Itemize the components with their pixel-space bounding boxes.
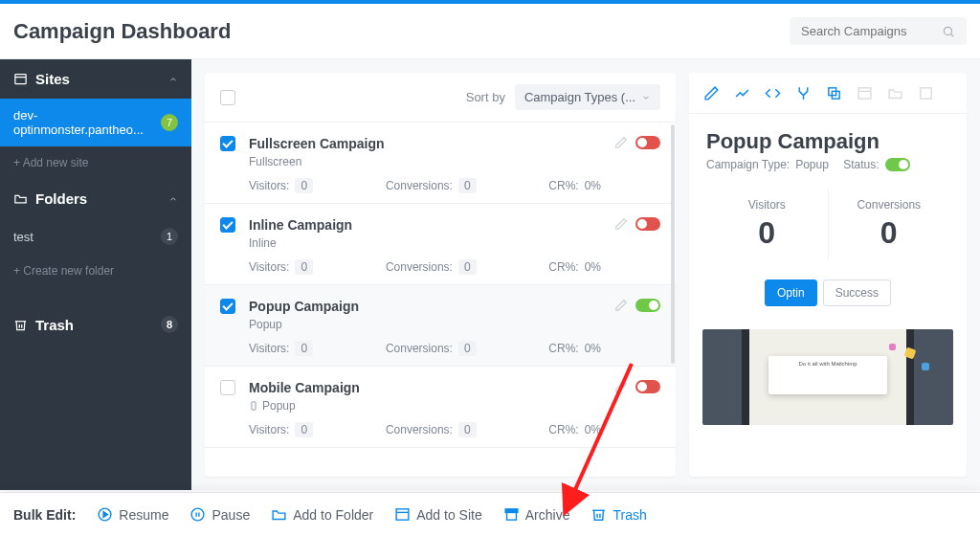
trash-icon (13, 318, 28, 332)
status-toggle[interactable] (885, 158, 910, 171)
edit-icon[interactable] (614, 299, 628, 312)
trash-icon (590, 506, 607, 523)
row-checkbox[interactable] (220, 136, 235, 151)
sidebar-folders-header[interactable]: Folders (0, 179, 191, 218)
svg-rect-18 (506, 512, 516, 520)
add-folder-button[interactable]: + Create new folder (0, 255, 191, 287)
mobile-icon (249, 400, 258, 412)
bulk-add-folder[interactable]: Add to Folder (271, 506, 373, 523)
svg-point-0 (944, 27, 951, 34)
detail-body: Popup Campaign Campaign Type: Popup Stat… (689, 114, 967, 316)
header: Campaign Dashboard (0, 4, 980, 59)
campaign-row[interactable]: Inline Campaign InlineVisitors:0Conversi… (205, 204, 676, 285)
sites-icon (13, 72, 28, 86)
svg-rect-9 (920, 87, 930, 98)
search-input[interactable] (801, 24, 935, 38)
folder-icon (271, 506, 287, 523)
success-button[interactable]: Success (823, 279, 891, 306)
conversions-value: 0 (833, 215, 947, 251)
play-circle-icon (97, 506, 113, 523)
bulk-pause[interactable]: Pause (189, 506, 250, 523)
sidebar-trash[interactable]: Trash 8 (0, 306, 191, 343)
edit-icon[interactable] (614, 380, 628, 393)
main: Sites dev-optinmonster.pantheo... 7 + Ad… (0, 59, 980, 490)
select-all-checkbox[interactable] (220, 90, 235, 105)
site-name: dev-optinmonster.pantheo... (13, 108, 161, 137)
edit-icon[interactable] (614, 217, 628, 231)
visitors-label: Visitors (710, 198, 824, 212)
status-toggle[interactable] (635, 217, 660, 231)
bulk-archive[interactable]: Archive (503, 506, 570, 523)
svg-rect-7 (858, 87, 871, 98)
sort-select[interactable]: Campaign Types (... (515, 84, 660, 110)
trash-count-badge: 8 (161, 316, 178, 333)
detail-title: Popup Campaign (706, 129, 949, 154)
type-label: Campaign Type: (706, 158, 790, 171)
row-title: Mobile Campaign (249, 380, 601, 395)
bulk-add-site[interactable]: Add to Site (394, 506, 482, 523)
row-checkbox[interactable] (220, 299, 235, 314)
trash-label: Trash (35, 317, 74, 333)
sidebar-folder-item[interactable]: test 1 (0, 218, 191, 255)
edit-icon[interactable] (702, 84, 720, 101)
sidebar-site-item[interactable]: dev-optinmonster.pantheo... 7 (0, 99, 191, 146)
campaign-row[interactable]: Fullscreen Campaign FullscreenVisitors:0… (205, 123, 676, 204)
chevron-up-icon (168, 75, 178, 84)
site-count-badge: 7 (161, 114, 178, 131)
campaign-preview: Do it all with Mailchimp (702, 329, 953, 425)
row-checkbox[interactable] (220, 217, 235, 233)
site-icon[interactable] (856, 84, 873, 101)
visitors-value: 0 (710, 215, 824, 251)
chevron-down-icon (641, 93, 651, 102)
code-icon[interactable] (764, 84, 781, 101)
detail-stats: Visitors 0 Conversions 0 (706, 189, 949, 260)
detail-toolbar (689, 73, 967, 114)
row-title: Fullscreen Campaign (249, 136, 601, 151)
row-stats: Visitors:0Conversions:0CR%:0% (249, 259, 601, 275)
detail-meta: Campaign Type: Popup Status: (706, 158, 949, 171)
svg-rect-4 (252, 402, 256, 410)
page-title: Campaign Dashboard (13, 19, 231, 44)
content: Sort by Campaign Types (... Fullscreen C… (191, 59, 980, 490)
bulk-resume[interactable]: Resume (97, 506, 168, 523)
split-icon[interactable] (794, 84, 812, 101)
sort-value: Campaign Types (... (524, 90, 635, 104)
search-icon (942, 25, 955, 38)
copy-icon[interactable] (825, 84, 842, 101)
row-stats: Visitors:0Conversions:0CR%:0% (249, 341, 601, 356)
campaign-list-panel: Sort by Campaign Types (... Fullscreen C… (205, 73, 676, 477)
row-subtitle: Popup (249, 399, 601, 413)
conversions-label: Conversions (833, 198, 947, 212)
bulk-trash[interactable]: Trash (590, 506, 646, 523)
search-box[interactable] (790, 17, 967, 45)
analytics-icon[interactable] (733, 84, 750, 101)
sidebar: Sites dev-optinmonster.pantheo... 7 + Ad… (0, 59, 191, 490)
folder-icon (13, 191, 28, 206)
scrollbar[interactable] (671, 124, 675, 364)
campaign-row[interactable]: Mobile Campaign PopupVisitors:0Conversio… (205, 367, 676, 448)
bulk-label: Bulk Edit: (13, 507, 76, 523)
status-toggle[interactable] (635, 136, 660, 149)
sidebar-sites-header[interactable]: Sites (0, 59, 191, 99)
campaign-row[interactable]: Popup Campaign PopupVisitors:0Conversion… (205, 285, 676, 367)
sidebar-sites-label: Sites (35, 71, 70, 87)
optin-button[interactable]: Optin (765, 279, 817, 306)
sidebar-folders-label: Folders (35, 190, 87, 207)
pause-circle-icon (189, 506, 206, 523)
chevron-up-icon (168, 194, 178, 204)
svg-marker-11 (103, 512, 107, 518)
status-toggle[interactable] (635, 299, 660, 312)
row-subtitle: Inline (249, 236, 601, 250)
row-title: Popup Campaign (249, 299, 601, 314)
status-toggle[interactable] (635, 380, 660, 393)
edit-icon[interactable] (614, 136, 628, 149)
folder-count-badge: 1 (161, 228, 178, 245)
row-checkbox[interactable] (220, 380, 235, 395)
list-header: Sort by Campaign Types (... (205, 73, 676, 123)
row-stats: Visitors:0Conversions:0CR%:0% (249, 178, 601, 193)
svg-line-1 (951, 34, 954, 36)
sort-by-label: Sort by (466, 90, 505, 104)
folder-open-icon[interactable] (886, 84, 903, 101)
archive-icon[interactable] (917, 84, 934, 101)
add-site-button[interactable]: + Add new site (0, 146, 191, 179)
